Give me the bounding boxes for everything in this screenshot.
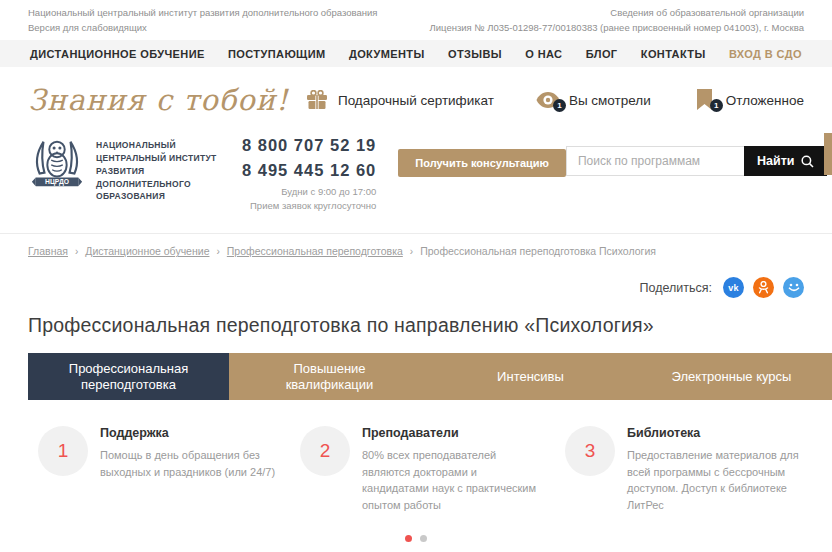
feature-card-library: 3 Библиотека Предоставление материалов д… <box>555 420 820 513</box>
odnoklassniki-icon <box>758 281 769 294</box>
search-button[interactable]: Найти <box>744 146 827 176</box>
feature-text: Предоставление материалов для всей прогр… <box>627 447 807 513</box>
org-name-text: Национальный центральный институт развит… <box>28 6 377 21</box>
features-carousel: 1 Поддержка Помощь в день обращения без … <box>28 420 832 513</box>
nav-item-blog[interactable]: БЛОГ <box>586 48 618 60</box>
vk-icon: vk <box>728 283 739 293</box>
edu-org-info-link[interactable]: Сведения об образовательной организации <box>610 7 804 18</box>
top-info-bar: Национальный центральный институт развит… <box>0 0 832 40</box>
accessibility-version-link[interactable]: Версия для слабовидящих <box>28 22 147 33</box>
saved-items-label: Отложенное <box>726 93 804 108</box>
feature-number-circle: 2 <box>300 426 350 476</box>
breadcrumb-separator: › <box>75 246 78 257</box>
saved-count-badge: 1 <box>710 99 723 112</box>
nav-item-distance-learning[interactable]: ДИСТАНЦИОННОЕ ОБУЧЕНИЕ <box>30 48 205 60</box>
search-icon <box>801 155 814 168</box>
nav-item-sdo-login[interactable]: ВХОД В СДО <box>729 48 802 60</box>
phone-secondary[interactable]: 8 495 445 12 60 <box>242 158 376 183</box>
tab-qualification-upgrade[interactable]: Повышение квалификации <box>229 353 430 400</box>
breadcrumb-current-page: Профессиональная переподготовка Психолог… <box>420 245 656 257</box>
page-title: Профессиональная переподготовка по напра… <box>0 300 832 353</box>
institute-name: НАЦИОНАЛЬНЫЙ ЦЕНТРАЛЬНЫЙ ИНСТИТУТ РАЗВИТ… <box>96 133 236 203</box>
carousel-dot-2[interactable] <box>420 535 427 542</box>
bookmark-icon: 1 <box>693 89 717 111</box>
work-hours-text: Будни с 9:00 до 17:00 <box>242 185 376 199</box>
gift-icon <box>305 89 329 111</box>
site-slogan: Знания с тобой! <box>28 83 289 117</box>
breadcrumb-separator: › <box>410 246 413 257</box>
share-label: Поделиться: <box>640 281 713 295</box>
gift-certificate-link[interactable]: Подарочный сертификат <box>305 89 494 111</box>
get-consultation-button[interactable]: Получить консультацию <box>398 149 566 177</box>
nav-item-about[interactable]: О НАС <box>525 48 562 60</box>
feature-title: Поддержка <box>100 426 280 440</box>
breadcrumb-separator: › <box>216 246 219 257</box>
nav-item-reviews[interactable]: ОТЗЫВЫ <box>448 48 502 60</box>
owl-emblem-logo: НЦРДО <box>28 133 86 193</box>
share-ok-button[interactable] <box>753 277 774 298</box>
gift-certificate-label: Подарочный сертификат <box>338 93 494 108</box>
share-moimir-button[interactable] <box>783 277 804 298</box>
carousel-dot-1[interactable] <box>405 535 412 542</box>
nav-item-applicants[interactable]: ПОСТУПАЮЩИМ <box>228 48 326 60</box>
eye-icon: 1 <box>536 89 560 111</box>
viewed-items-link[interactable]: 1 Вы смотрели <box>536 89 651 111</box>
viewed-count-badge: 1 <box>553 99 566 112</box>
feature-number-circle: 1 <box>38 426 88 476</box>
main-navigation: ДИСТАНЦИОННОЕ ОБУЧЕНИЕ ПОСТУПАЮЩИМ ДОКУМ… <box>0 40 832 67</box>
carousel-dots <box>0 535 832 542</box>
header-upper-row: Знания с тобой! Подарочный сертификат 1 … <box>0 67 832 125</box>
side-widget-tab[interactable] <box>824 133 832 175</box>
program-search: Найти <box>566 146 827 176</box>
emblem-banner-text: НЦРДО <box>45 179 69 187</box>
search-button-label: Найти <box>757 154 794 168</box>
program-type-tabs: Профессиональная переподготовка Повышени… <box>28 353 832 400</box>
tab-electronic-courses[interactable]: Электронные курсы <box>631 353 832 400</box>
applications-note-text: Прием заявок круглосуточно <box>242 199 376 213</box>
saved-items-link[interactable]: 1 Отложенное <box>693 89 804 111</box>
breadcrumb-link-home[interactable]: Главная <box>28 245 68 257</box>
search-input[interactable] <box>566 146 744 176</box>
breadcrumb-link-distance-learning[interactable]: Дистанционное обучение <box>85 245 209 257</box>
share-vk-button[interactable]: vk <box>723 277 744 298</box>
feature-text: 80% всех преподавателей являются доктора… <box>362 447 542 513</box>
tab-professional-retraining[interactable]: Профессиональная переподготовка <box>28 353 229 400</box>
feature-card-teachers: 2 Преподаватели 80% всех преподавателей … <box>290 420 555 513</box>
feature-card-support: 1 Поддержка Помощь в день обращения без … <box>28 420 290 513</box>
viewed-items-label: Вы смотрели <box>569 93 651 108</box>
moimir-smiley-icon <box>788 283 800 292</box>
share-row: Поделиться: vk <box>0 257 832 300</box>
institute-brand[interactable]: НЦРДО НАЦИОНАЛЬНЫЙ ЦЕНТРАЛЬНЫЙ ИНСТИТУТ … <box>28 133 236 203</box>
nav-item-contacts[interactable]: КОНТАКТЫ <box>641 48 706 60</box>
feature-text: Помощь в день обращения без выходных и п… <box>100 447 280 480</box>
breadcrumb: Главная › Дистанционное обучение › Профе… <box>0 234 832 257</box>
tab-intensives[interactable]: Интенсивы <box>430 353 631 400</box>
license-text: Лицензия № Л035-01298-77/00180383 (ранее… <box>430 21 805 36</box>
feature-title: Преподаватели <box>362 426 542 440</box>
nav-item-documents[interactable]: ДОКУМЕНТЫ <box>349 48 425 60</box>
feature-title: Библиотека <box>627 426 807 440</box>
breadcrumb-link-retraining[interactable]: Профессиональная переподготовка <box>227 245 403 257</box>
feature-number-circle: 3 <box>565 426 615 476</box>
header-lower-row: НЦРДО НАЦИОНАЛЬНЫЙ ЦЕНТРАЛЬНЫЙ ИНСТИТУТ … <box>0 125 832 233</box>
phone-primary[interactable]: 8 800 707 52 19 <box>242 133 376 158</box>
